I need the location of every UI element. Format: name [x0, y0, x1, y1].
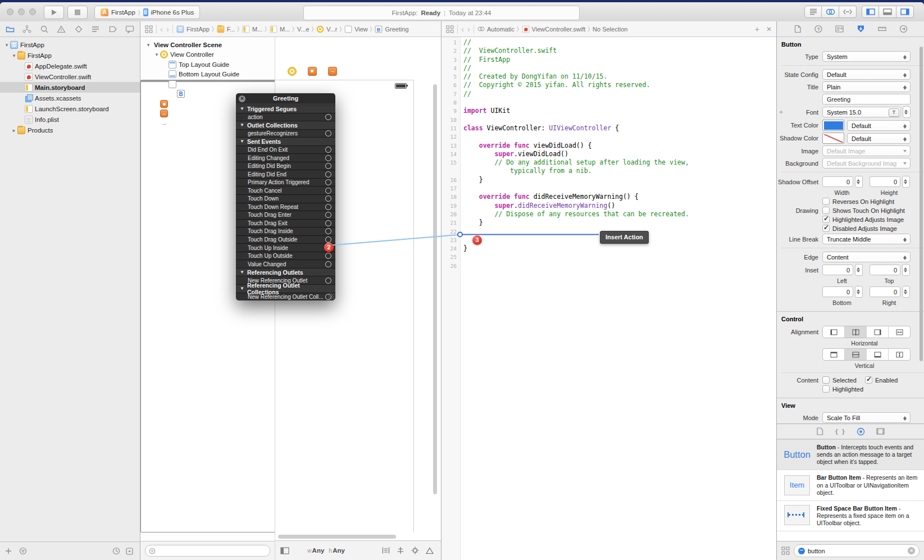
canvas-horizontal-scrollbar[interactable] — [278, 535, 396, 539]
hud-row-touch-drag-exit[interactable]: Touch Drag Exit — [236, 219, 335, 227]
hud-row-action[interactable]: action — [236, 113, 335, 121]
issue-navigator-icon[interactable] — [57, 25, 66, 34]
hud-row-editing-changed[interactable]: Editing Changed — [236, 153, 335, 162]
connection-well-icon[interactable] — [325, 179, 331, 185]
text-color-popup[interactable]: Default — [847, 120, 911, 131]
related-items-icon[interactable] — [446, 25, 454, 33]
toggle-utilities-button[interactable] — [896, 6, 914, 18]
hud-row-touch-down[interactable]: Touch Down — [236, 194, 335, 203]
connection-well-icon[interactable] — [325, 195, 331, 202]
code-snippet-library-icon[interactable]: { } — [835, 429, 845, 435]
code-line-16[interactable]: 16 } — [441, 176, 776, 184]
run-button[interactable] — [44, 6, 64, 19]
line-break-popup[interactable]: Truncate Middle — [822, 234, 911, 244]
stack-button[interactable] — [381, 546, 390, 555]
background-combo[interactable]: Default Background Imag — [822, 158, 911, 169]
symbol-navigator-icon[interactable] — [22, 25, 31, 34]
standard-editor-button[interactable] — [804, 6, 822, 18]
navigator-item-firstapp[interactable]: ▾FirstApp — [0, 50, 140, 61]
breadcrumb-m[interactable]: M...〉 — [270, 25, 294, 33]
back-button[interactable]: ‹ — [461, 25, 464, 33]
connection-well-icon[interactable] — [325, 171, 331, 177]
inset-top-stepper[interactable] — [902, 264, 910, 276]
highlighted-adjusts-image-checkbox[interactable] — [822, 216, 830, 223]
navigator-item-viewcontroller-swift[interactable]: ViewController.swift — [0, 71, 140, 82]
quick-help-inspector-icon[interactable]: ? — [814, 25, 822, 33]
code-line-17[interactable]: 17 — [441, 184, 776, 193]
size-inspector-icon[interactable] — [878, 25, 886, 33]
test-navigator-icon[interactable] — [74, 25, 83, 34]
object-library-icon[interactable] — [857, 427, 865, 436]
file-inspector-icon[interactable] — [794, 25, 802, 33]
library-item-fixed-space-bar-button-item[interactable]: Fixed Space Bar Button Item - Represents… — [777, 501, 924, 531]
align-v-top-segment[interactable] — [823, 349, 844, 360]
resolve-autolayout-button[interactable] — [425, 547, 434, 555]
forward-button[interactable]: › — [166, 25, 169, 33]
inspector-scrollbar[interactable] — [920, 47, 923, 361]
code-line-19[interactable]: 19 super.didReceiveMemoryWarning() — [441, 202, 776, 210]
close-assistant-editor-button[interactable]: ✕ — [766, 25, 772, 33]
outline-filter-field[interactable] — [145, 545, 270, 557]
inset-left-stepper[interactable] — [855, 264, 863, 276]
reverses-on-highlight-checkbox[interactable] — [822, 198, 830, 205]
source-control-filter-button[interactable] — [126, 548, 133, 555]
hud-row-editing-did-end[interactable]: Editing Did End — [236, 170, 335, 178]
outline-item-bottom-layout-guide[interactable]: Bottom Layout Guide — [140, 70, 275, 80]
hud-row-touch-up-outside[interactable]: Touch Up Outside — [236, 252, 335, 260]
zoom-window-button[interactable] — [29, 8, 36, 15]
code-line-24[interactable]: 24} — [441, 244, 776, 253]
mode-popup[interactable]: Scale To Fill — [822, 412, 911, 423]
hud-row-primary-action-triggered[interactable]: Primary Action Triggered — [236, 178, 335, 186]
code-line-26[interactable]: 26 — [441, 262, 776, 270]
shadow-color-well[interactable] — [822, 133, 844, 144]
code-line-14[interactable]: 14 super.viewDidLoad() — [441, 150, 776, 158]
identity-inspector-icon[interactable] — [835, 25, 844, 33]
hud-row-touch-cancel[interactable]: Touch Cancel — [236, 186, 335, 194]
type-popup[interactable]: System — [822, 51, 911, 62]
align-h-left-segment[interactable] — [823, 326, 844, 338]
inset-bottom-field[interactable]: 0 — [822, 286, 853, 297]
file-template-library-icon[interactable] — [816, 427, 823, 435]
code-line-20[interactable]: 20 // Dispose of any resources that can … — [441, 210, 776, 218]
hud-row-touch-up-inside[interactable]: Touch Up Inside — [236, 243, 335, 252]
breakpoint-navigator-icon[interactable] — [108, 25, 117, 34]
connection-well-icon[interactable] — [325, 212, 331, 218]
stop-button[interactable] — [67, 6, 88, 19]
disclosure-triangle-icon[interactable]: ▾ — [145, 42, 152, 48]
size-class-h-value[interactable]: Any — [333, 547, 345, 554]
hud-row-touch-drag-outside[interactable]: Touch Drag Outside — [236, 235, 335, 244]
code-line-2[interactable]: 2// ViewController.swift — [441, 47, 776, 55]
minimize-window-button[interactable] — [18, 8, 25, 15]
code-line-10[interactable]: 10 — [441, 116, 776, 124]
outline-toggle-button[interactable] — [280, 547, 289, 554]
breadcrumb-firstapp[interactable]: FirstApp〉 — [176, 25, 214, 33]
selected-checkbox[interactable] — [822, 376, 830, 384]
disclosure-triangle-icon[interactable]: ▾ — [153, 52, 160, 57]
code-line-5[interactable]: 5// Created by DongYifan on 11/10/15. — [441, 72, 776, 81]
hud-resize-grip[interactable] — [328, 293, 334, 299]
connection-well-icon[interactable] — [325, 261, 331, 267]
hud-row-touch-drag-inside[interactable]: Touch Drag Inside — [236, 227, 335, 235]
back-button[interactable]: ‹ — [160, 25, 163, 33]
code-line-9[interactable]: 9import UIKit — [441, 107, 776, 115]
navigator-item-firstapp[interactable]: ▾FirstApp — [0, 39, 140, 50]
breadcrumb-f[interactable]: F...〉 — [217, 25, 239, 33]
disclosure-triangle-icon[interactable]: ▾ — [3, 42, 10, 48]
outline-item-top-layout-guide[interactable]: Top Layout Guide — [140, 60, 275, 70]
report-navigator-icon[interactable] — [125, 25, 134, 34]
disabled-adjusts-image-checkbox[interactable] — [822, 225, 830, 232]
outline-item-view-controller-scene[interactable]: ▾View Controller Scene — [140, 40, 275, 50]
highlighted-checkbox[interactable] — [822, 385, 830, 393]
connection-well-icon[interactable] — [325, 220, 331, 226]
hud-section-referencing-outlet-collections[interactable]: ▼Referencing Outlet Collections — [236, 284, 335, 293]
hud-row-gesturerecognizers[interactable]: gestureRecognizers — [236, 129, 335, 138]
title-type-popup[interactable]: Plain — [822, 81, 911, 92]
font-picker-button[interactable]: T — [889, 108, 899, 117]
search-navigator-icon[interactable] — [40, 25, 49, 34]
hud-row-editing-did-begin[interactable]: Editing Did Begin — [236, 162, 335, 170]
disclosure-triangle-icon[interactable]: ▾ — [11, 53, 17, 58]
exit-icon[interactable] — [328, 67, 337, 76]
first-responder-icon[interactable] — [308, 67, 317, 76]
connection-well-icon[interactable] — [325, 163, 331, 169]
code-line-13[interactable]: 13 override func viewDidLoad() { — [441, 142, 776, 150]
